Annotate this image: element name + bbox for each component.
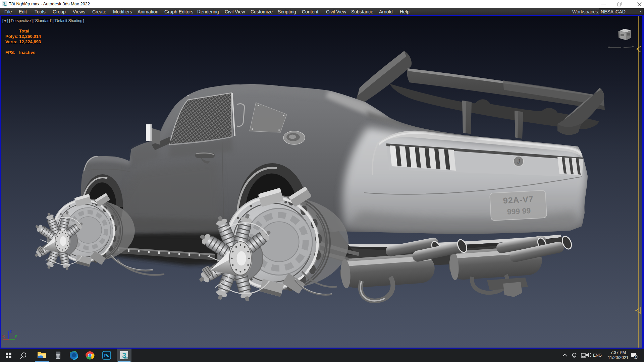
svg-text:ENG: ENG: [593, 353, 602, 358]
svg-text:999 99: 999 99: [507, 206, 531, 216]
svg-text:J: J: [517, 158, 521, 165]
svg-text:92A-V7: 92A-V7: [503, 194, 534, 205]
svg-text:7:37 PM: 7:37 PM: [610, 350, 626, 355]
svg-text:11/20/2021: 11/20/2021: [608, 355, 629, 360]
svg-text:MAX: MAX: [124, 357, 128, 359]
svg-text:y: y: [15, 334, 17, 338]
svg-text:z: z: [10, 329, 12, 334]
svg-text:1: 1: [635, 356, 637, 359]
svg-text:x: x: [2, 334, 5, 339]
svg-text:Ps: Ps: [104, 353, 109, 358]
